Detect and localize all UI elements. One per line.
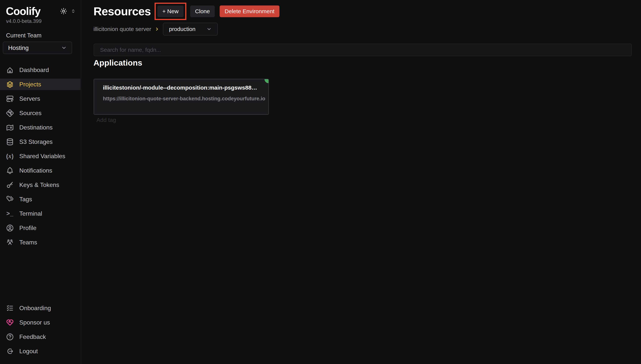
application-url: https://illicitonion-quote-server-backen… — [103, 96, 260, 102]
sidebar-item-logout[interactable]: Logout — [0, 346, 80, 357]
sidebar-item-label: Dashboard — [19, 66, 49, 74]
sidebar: Coolify v4.0.0-beta.399 Current Team Hos… — [0, 0, 81, 364]
checklist-icon — [6, 304, 14, 312]
user-circle-icon — [6, 224, 14, 232]
environment-select-value: production — [169, 26, 195, 32]
selector-updown-icon[interactable] — [71, 8, 76, 14]
sidebar-item-label: Sponsor us — [19, 319, 50, 326]
sidebar-item-label: Terminal — [19, 210, 42, 217]
sidebar-item-destinations[interactable]: Destinations — [0, 122, 80, 133]
sidebar-item-sponsor-us[interactable]: Sponsor us — [0, 317, 80, 328]
sidebar-item-sources[interactable]: Sources — [0, 107, 80, 119]
git-source-icon — [6, 109, 14, 117]
breadcrumb-project[interactable]: illicitonion quote server — [94, 26, 151, 32]
variables-icon: (x) — [6, 152, 14, 160]
sidebar-item-profile[interactable]: Profile — [0, 222, 80, 234]
chevron-down-icon — [61, 45, 67, 51]
application-name: illicitestonion/-module--decomposition:m… — [103, 84, 260, 91]
help-circle-icon — [6, 333, 14, 341]
team-select[interactable]: Hosting — [3, 42, 72, 54]
sidebar-item-label: Destinations — [19, 124, 53, 131]
sidebar-item-label: Feedback — [19, 334, 46, 340]
application-card[interactable]: illicitestonion/-module--decomposition:m… — [94, 79, 269, 115]
heart-hands-icon — [6, 318, 14, 326]
map-icon — [6, 124, 14, 132]
sidebar-item-tags[interactable]: Tags — [0, 194, 80, 205]
add-tag-button[interactable]: Add tag — [97, 117, 116, 123]
sidebar-item-feedback[interactable]: Feedback — [0, 331, 80, 342]
environment-select[interactable]: production — [163, 23, 218, 36]
page-header: Resources + New Clone Delete Environment — [94, 3, 279, 20]
page-title: Resources — [94, 5, 151, 18]
coolify-app: { "app": { "name": "Coolify", "version":… — [0, 0, 641, 364]
layers-icon — [6, 80, 14, 88]
sidebar-item-terminal[interactable]: >_Terminal — [0, 208, 80, 219]
clone-button[interactable]: Clone — [190, 6, 215, 17]
sidebar-item-keys-tokens[interactable]: Keys & Tokens — [0, 179, 80, 190]
sidebar-item-label: Onboarding — [19, 305, 51, 312]
sidebar-item-label: Logout — [19, 348, 38, 355]
main-content: Resources + New Clone Delete Environment… — [82, 0, 641, 364]
new-button[interactable]: + New — [157, 6, 184, 17]
sidebar-item-label: Shared Variables — [19, 153, 65, 160]
sidebar-item-label: Projects — [19, 81, 41, 88]
applications-section-title: Applications — [94, 58, 142, 68]
bell-icon — [6, 166, 14, 175]
sidebar-item-servers[interactable]: Servers — [0, 93, 80, 104]
users-icon — [6, 238, 14, 246]
sidebar-menu: DashboardProjectsServersSourcesDestinati… — [0, 64, 80, 251]
home-icon — [6, 66, 14, 74]
sidebar-header-icons — [60, 7, 76, 15]
sidebar-item-label: Sources — [19, 110, 42, 116]
delete-environment-button[interactable]: Delete Environment — [220, 6, 279, 17]
sidebar-header: Coolify — [6, 5, 76, 18]
theme-toggle-sun-icon[interactable] — [60, 7, 68, 15]
sidebar-item-label: Keys & Tokens — [19, 182, 59, 188]
app-logo: Coolify — [6, 5, 41, 18]
sidebar-footer-menu: OnboardingSponsor usFeedbackLogout — [0, 302, 80, 360]
chevron-down-icon — [206, 26, 212, 32]
sidebar-item-label: Profile — [19, 224, 37, 232]
click-annotation-box: + New — [155, 3, 186, 20]
sidebar-item-onboarding[interactable]: Onboarding — [0, 302, 80, 314]
logout-icon — [6, 347, 14, 355]
sidebar-item-label: Servers — [19, 95, 40, 102]
sidebar-item-s3-storages[interactable]: S3 Storages — [0, 136, 80, 148]
key-icon — [6, 181, 14, 189]
sidebar-item-shared-variables[interactable]: (x)Shared Variables — [0, 150, 80, 162]
tags-icon — [6, 195, 14, 203]
breadcrumb: illicitonion quote server production — [94, 22, 218, 36]
app-version: v4.0.0-beta.399 — [6, 18, 42, 24]
sidebar-item-label: S3 Storages — [19, 138, 53, 145]
status-indicator-running — [264, 79, 269, 83]
chevron-right-icon — [155, 27, 159, 32]
database-icon — [6, 138, 14, 146]
terminal-icon: >_ — [6, 210, 14, 218]
sidebar-item-label: Teams — [19, 239, 37, 246]
sidebar-item-projects[interactable]: Projects — [0, 78, 80, 90]
sidebar-item-label: Tags — [19, 196, 32, 203]
sidebar-item-notifications[interactable]: Notifications — [0, 165, 80, 176]
search-input[interactable] — [94, 44, 632, 56]
team-select-value: Hosting — [8, 44, 29, 52]
sidebar-item-dashboard[interactable]: Dashboard — [0, 64, 80, 76]
sidebar-item-teams[interactable]: Teams — [0, 236, 80, 248]
sidebar-item-label: Notifications — [19, 167, 52, 174]
server-icon — [6, 95, 14, 103]
current-team-label: Current Team — [6, 32, 42, 39]
